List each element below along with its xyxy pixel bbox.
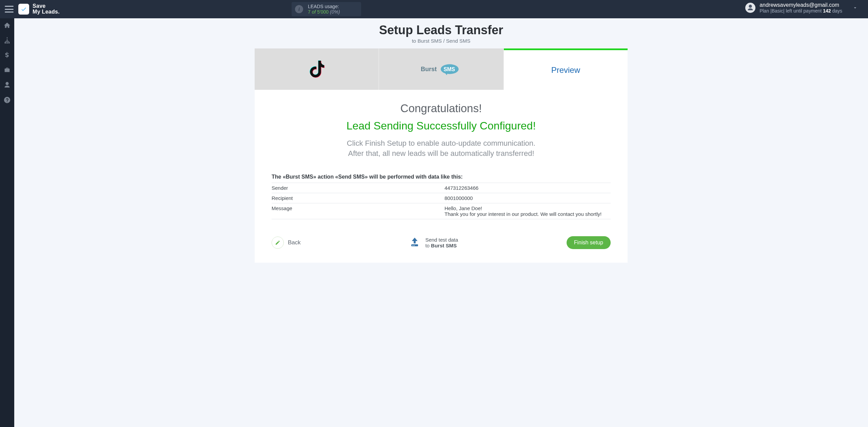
app-name: Save My Leads. <box>33 3 60 15</box>
table-row: Recipient 8001000000 <box>272 193 611 203</box>
row-value: Hello, Jane Doe! Thank you for your inte… <box>445 205 611 217</box>
back-button[interactable]: Back <box>272 237 301 249</box>
explain-line1: Click Finish Setup to enable auto-update… <box>272 138 611 148</box>
page-subtitle: to Burst SMS / Send SMS <box>14 38 868 44</box>
avatar-icon <box>745 3 755 13</box>
leads-usage-numbers: 7 of 5'000 (0%) <box>308 9 340 15</box>
tab-preview[interactable]: Preview <box>504 48 628 90</box>
info-icon: i <box>295 5 303 13</box>
row-value: 447312263466 <box>445 185 611 191</box>
hamburger-menu-button[interactable] <box>5 6 14 13</box>
tiktok-icon <box>306 59 327 80</box>
success-heading: Lead Sending Successfully Configured! <box>272 120 611 132</box>
app-name-line1: Save <box>33 3 60 9</box>
chevron-down-icon[interactable] <box>852 5 858 11</box>
topbar: Save My Leads. i LEADS usage: 7 of 5'000… <box>0 0 868 18</box>
wizard-tabs: Burst SMS Preview <box>255 48 628 90</box>
dollar-icon[interactable] <box>3 52 11 59</box>
svg-text:Burst: Burst <box>421 66 437 73</box>
account-email: andrewsavemyleads@gmail.com <box>760 2 842 8</box>
plan-days-word: days <box>831 8 842 14</box>
tab-preview-label: Preview <box>551 65 580 75</box>
briefcase-icon[interactable] <box>3 66 11 74</box>
explain-line2: After that, all new leads will be automa… <box>272 148 611 159</box>
leads-used: 7 <box>308 9 311 15</box>
app-logo <box>18 4 29 15</box>
tab-source-tiktok[interactable] <box>255 48 379 90</box>
svg-rect-3 <box>411 244 418 246</box>
back-label: Back <box>288 239 301 246</box>
action-caption: The «Burst SMS» action «Send SMS» will b… <box>272 174 611 183</box>
leads-total: 5'000 <box>317 9 329 15</box>
sitemap-icon[interactable] <box>3 37 11 44</box>
account-plan: Plan |Basic| left until payment 142 days <box>760 8 842 14</box>
leads-of-word: of <box>312 9 316 15</box>
leads-pct: (0%) <box>330 9 340 15</box>
leads-usage-text: LEADS usage: 7 of 5'000 (0%) <box>308 4 340 15</box>
user-icon[interactable] <box>3 81 11 89</box>
home-icon[interactable] <box>3 22 11 29</box>
wizard-footer: Back Send test data to Burst SMS <box>272 236 611 249</box>
send-test-line1: Send test data <box>425 237 458 243</box>
send-test-target: Burst SMS <box>431 243 457 248</box>
send-test-text: Send test data to Burst SMS <box>425 237 458 248</box>
leads-usage-pill[interactable]: i LEADS usage: 7 of 5'000 (0%) <box>292 2 361 16</box>
explain-text: Click Finish Setup to enable auto-update… <box>272 138 611 158</box>
svg-text:SMS: SMS <box>443 66 455 72</box>
row-key: Message <box>272 205 445 217</box>
page: Setup Leads Transfer to Burst SMS / Send… <box>14 18 868 263</box>
send-test-button[interactable]: Send test data to Burst SMS <box>409 236 458 249</box>
row-value: 8001000000 <box>445 195 611 201</box>
table-row: Sender 447312263466 <box>272 183 611 193</box>
account-text: andrewsavemyleads@gmail.com Plan |Basic|… <box>760 2 842 14</box>
pencil-icon <box>272 237 284 249</box>
plan-prefix: Plan |Basic| left until payment <box>760 8 823 14</box>
burstsms-logo: Burst SMS <box>421 62 461 76</box>
plan-days-num: 142 <box>823 8 831 14</box>
app-name-line2: My Leads. <box>33 9 60 15</box>
checkmark-icon <box>21 6 27 12</box>
send-test-line2: to Burst SMS <box>425 243 458 248</box>
svg-rect-5 <box>414 245 415 246</box>
row-key: Recipient <box>272 195 445 201</box>
finish-setup-button[interactable]: Finish setup <box>567 236 611 249</box>
leads-usage-label: LEADS usage: <box>308 4 340 9</box>
upload-icon <box>409 236 420 249</box>
table-row: Message Hello, Jane Doe! Thank you for y… <box>272 203 611 219</box>
svg-rect-4 <box>412 245 413 246</box>
wizard-card: Burst SMS Preview Congratulations! Lead … <box>255 48 628 263</box>
page-title: Setup Leads Transfer <box>14 23 868 37</box>
sidebar <box>0 18 14 427</box>
congrats-heading: Congratulations! <box>272 102 611 115</box>
account-block[interactable]: andrewsavemyleads@gmail.com Plan |Basic|… <box>745 2 858 14</box>
tab-destination-burstsms[interactable]: Burst SMS <box>379 48 504 90</box>
help-icon[interactable] <box>3 96 11 104</box>
row-key: Sender <box>272 185 445 191</box>
wizard-body: Congratulations! Lead Sending Successful… <box>255 90 628 263</box>
send-test-to: to <box>425 243 431 248</box>
